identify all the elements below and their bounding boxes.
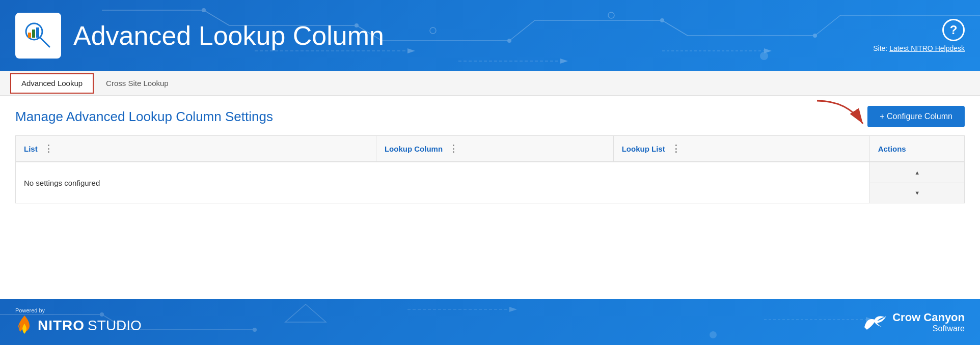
nitro-flame-icon <box>15 314 34 337</box>
table-empty-row: No settings configured ▲ ▼ <box>16 162 965 204</box>
app-footer: Powered by NITRO STUDIO Crow Canyon Soft… <box>0 299 980 345</box>
svg-rect-28 <box>32 30 35 38</box>
col-lookup-list: Lookup List ⋮ <box>613 136 869 162</box>
footer-nitro-brand: NITRO STUDIO <box>15 314 142 337</box>
studio-label: STUDIO <box>88 318 142 334</box>
svg-point-38 <box>710 331 717 338</box>
tab-advanced-lookup[interactable]: Advanced Lookup <box>10 73 94 94</box>
col-lookup-list-menu[interactable]: ⋮ <box>671 143 680 154</box>
svg-point-35 <box>253 328 257 332</box>
svg-marker-19 <box>560 59 568 64</box>
scroll-up-button[interactable]: ▲ <box>870 162 964 183</box>
main-area: Manage Advanced Lookup Column Settings +… <box>0 96 980 299</box>
footer-powered-by: Powered by <box>15 307 142 313</box>
col-list-menu[interactable]: ⋮ <box>44 143 53 154</box>
crow-canyon-name: Crow Canyon <box>892 311 965 324</box>
footer-bg <box>0 299 980 345</box>
svg-point-21 <box>608 12 614 18</box>
page-title: Advanced Lookup Column <box>73 20 873 51</box>
configure-column-button[interactable]: + Configure Column <box>867 106 965 127</box>
svg-point-22 <box>760 52 768 60</box>
header-right: ? Site: Latest NITRO Helpdesk <box>873 19 965 52</box>
svg-rect-29 <box>36 27 39 38</box>
svg-rect-27 <box>28 33 31 38</box>
col-actions: Actions <box>869 136 964 162</box>
svg-point-11 <box>202 8 206 12</box>
site-link[interactable]: Latest NITRO Helpdesk <box>889 44 965 52</box>
col-lookup-column-menu[interactable]: ⋮ <box>449 143 458 154</box>
empty-message: No settings configured <box>16 162 870 204</box>
content-wrapper: Advanced Lookup Cross Site Lookup Manage… <box>0 71 980 299</box>
svg-marker-37 <box>509 307 517 312</box>
tab-cross-site-lookup[interactable]: Cross Site Lookup <box>96 73 179 94</box>
section-header: Manage Advanced Lookup Column Settings +… <box>15 106 965 127</box>
app-logo-icon <box>23 20 53 51</box>
settings-table: List ⋮ Lookup Column ⋮ Lookup List ⋮ A <box>15 135 965 204</box>
site-label: Site: Latest NITRO Helpdesk <box>873 44 965 52</box>
footer-crow-canyon: Crow Canyon Software <box>862 311 965 333</box>
software-label: Software <box>892 324 965 333</box>
section-title: Manage Advanced Lookup Column Settings <box>15 109 273 125</box>
help-button[interactable]: ? <box>942 19 965 41</box>
footer-logo: Powered by NITRO STUDIO <box>15 307 142 337</box>
col-list: List ⋮ <box>16 136 376 162</box>
table-container: List ⋮ Lookup Column ⋮ Lookup List ⋮ A <box>15 135 965 204</box>
tabs-bar: Advanced Lookup Cross Site Lookup <box>0 71 980 96</box>
app-logo-box <box>15 13 61 59</box>
col-lookup-column: Lookup Column ⋮ <box>376 136 613 162</box>
svg-line-26 <box>40 38 49 47</box>
scroll-down-button[interactable]: ▼ <box>870 183 964 204</box>
app-header: Advanced Lookup Column ? Site: Latest NI… <box>0 0 980 71</box>
crow-canyon-icon <box>862 312 887 332</box>
nitro-label: NITRO <box>38 318 85 334</box>
svg-marker-41 <box>285 304 326 322</box>
